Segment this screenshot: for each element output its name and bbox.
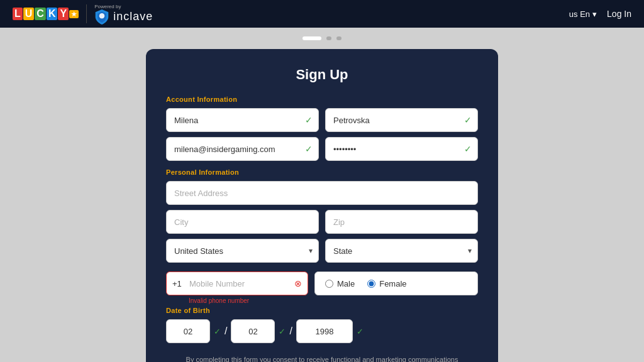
street-wrapper <box>166 181 478 205</box>
last-name-check-icon: ✓ <box>464 115 472 125</box>
progress-dot-1 <box>303 36 321 40</box>
dob-month-wrapper <box>166 319 210 343</box>
consent-text: By completing this form you consent to r… <box>166 356 478 362</box>
chevron-down-icon: ▾ <box>592 9 597 19</box>
header-divider <box>86 4 87 23</box>
city-zip-row <box>166 210 478 234</box>
lang-text: us En <box>569 9 590 19</box>
dob-day-wrapper <box>231 319 275 343</box>
progress-bar <box>0 28 644 49</box>
email-check-icon: ✓ <box>305 144 313 154</box>
gender-male-radio[interactable] <box>325 280 333 288</box>
password-wrapper: ✓ <box>325 137 478 161</box>
logo-c: C <box>35 8 46 20</box>
header: L U C K Y ★ Powered by inclave us En ▾ <box>0 0 644 28</box>
dob-day-check-icon: ✓ <box>279 327 286 336</box>
header-left: L U C K Y ★ Powered by inclave <box>13 4 153 25</box>
state-select[interactable]: State California New York Texas <box>325 239 478 263</box>
dob-year-input[interactable] <box>296 319 353 343</box>
account-section-label: Account Information <box>166 96 478 103</box>
inclave-name-text: inclave <box>113 10 153 23</box>
login-button[interactable]: Log In <box>607 9 631 19</box>
street-row <box>166 181 478 205</box>
country-wrapper: United States Canada United Kingdom ▾ <box>166 239 319 263</box>
page-wrapper: Sign Up Account Information ✓ ✓ ✓ ✓ <box>0 49 644 362</box>
dob-day-input[interactable] <box>231 319 275 343</box>
phone-wrapper: +1 ⊗ Invalid phone number <box>166 272 308 295</box>
dob-label: Date of Birth <box>166 307 478 314</box>
dob-year-check-icon: ✓ <box>357 327 364 336</box>
password-check-icon: ✓ <box>464 144 472 154</box>
dob-row: ✓ / ✓ / ✓ <box>166 319 478 343</box>
logo-star: ★ <box>69 10 79 18</box>
country-select[interactable]: United States Canada United Kingdom <box>166 239 319 263</box>
dob-slash-2: / <box>289 326 292 337</box>
first-name-wrapper: ✓ <box>166 108 319 132</box>
logo-l: L <box>13 8 23 20</box>
language-selector[interactable]: us En ▾ <box>569 9 597 19</box>
powered-by-text: Powered by <box>94 4 121 9</box>
dob-slash-1: / <box>225 326 227 337</box>
street-input[interactable] <box>166 181 478 205</box>
gender-male-text: Male <box>337 279 355 288</box>
country-state-row: United States Canada United Kingdom ▾ St… <box>166 239 478 263</box>
email-wrapper: ✓ <box>166 137 319 161</box>
gender-box: Male Female <box>314 272 478 295</box>
phone-input[interactable] <box>166 272 308 295</box>
first-name-check-icon: ✓ <box>305 115 313 125</box>
logo-u: U <box>23 8 35 20</box>
logo-y: Y <box>58 8 69 20</box>
dob-month-check-icon: ✓ <box>214 327 221 336</box>
last-name-wrapper: ✓ <box>325 108 478 132</box>
progress-dot-2 <box>326 36 331 40</box>
signup-form: Sign Up Account Information ✓ ✓ ✓ ✓ <box>146 49 498 362</box>
dob-section: Date of Birth ✓ / ✓ / ✓ <box>166 307 478 343</box>
last-name-input[interactable] <box>325 108 478 132</box>
gender-female-label[interactable]: Female <box>367 279 406 288</box>
gender-male-label[interactable]: Male <box>325 279 355 288</box>
powered-by-container: Powered by inclave <box>94 4 153 25</box>
zip-wrapper <box>325 210 478 234</box>
form-title: Sign Up <box>166 67 478 83</box>
progress-dot-3 <box>336 36 341 40</box>
gender-female-text: Female <box>379 279 406 288</box>
header-right: us En ▾ Log In <box>569 9 631 19</box>
inclave-shield-icon <box>94 9 109 25</box>
personal-section-label: Personal Information <box>166 168 478 176</box>
gender-female-radio[interactable] <box>367 280 375 288</box>
first-name-input[interactable] <box>166 108 319 132</box>
phone-error-icon: ⊗ <box>294 278 302 288</box>
zip-input[interactable] <box>325 210 478 234</box>
dob-month-input[interactable] <box>166 319 210 343</box>
phone-error-text: Invalid phone number <box>189 297 249 304</box>
dob-year-wrapper <box>296 319 353 343</box>
password-input[interactable] <box>325 137 478 161</box>
inclave-brand: inclave <box>94 9 153 25</box>
city-input[interactable] <box>166 210 319 234</box>
phone-gender-row: +1 ⊗ Invalid phone number Male Female <box>166 272 478 295</box>
lucky-logo: L U C K Y ★ <box>13 8 79 20</box>
email-input[interactable] <box>166 137 319 161</box>
state-wrapper: State California New York Texas ▾ <box>325 239 478 263</box>
svg-point-0 <box>99 13 105 19</box>
city-wrapper <box>166 210 319 234</box>
name-row: ✓ ✓ <box>166 108 478 132</box>
logo-k: K <box>47 8 58 20</box>
email-password-row: ✓ ✓ <box>166 137 478 161</box>
